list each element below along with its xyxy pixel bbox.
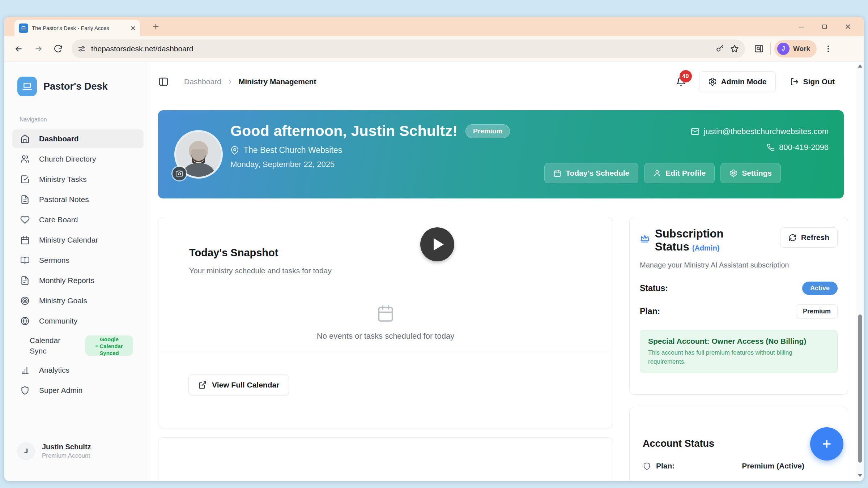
tab-close-icon[interactable] [130, 25, 136, 31]
maximize-icon[interactable] [813, 17, 836, 36]
sidebar-item-calendar-sync[interactable]: Calendar Sync Google Calendar Synced [12, 332, 144, 359]
tab-title: The Pastor's Desk - Early Acces [32, 25, 127, 31]
log-out-icon [790, 77, 799, 86]
divider [158, 352, 613, 352]
page-scrollbar[interactable] [856, 61, 864, 481]
breadcrumb-root[interactable]: Dashboard [184, 77, 221, 86]
sidebar-item-super-admin[interactable]: Super Admin [12, 381, 144, 400]
sidebar-nav: Dashboard Church Directory Ministry Task… [12, 129, 144, 401]
change-photo-camera-icon[interactable] [173, 167, 186, 180]
new-tab-icon[interactable] [152, 23, 160, 31]
current-date: Monday, September 22, 2025 [230, 160, 510, 169]
scroll-up-arrow[interactable] [858, 64, 862, 68]
empty-calendar-icon [375, 303, 396, 324]
sidebar-toggle-icon[interactable] [158, 76, 169, 87]
sidebar-item-ministry-tasks[interactable]: Ministry Tasks [12, 170, 144, 189]
browser-profile-button[interactable]: J Work [774, 40, 817, 57]
forward-icon[interactable] [30, 41, 46, 57]
admin-mode-button[interactable]: Admin Mode [699, 71, 776, 92]
users-icon [20, 154, 30, 164]
edit-profile-button[interactable]: Edit Profile [644, 163, 715, 183]
browser-toolbar: thepastorsdesk.net/dashboard J Work [4, 36, 864, 61]
nav-section-label: Navigation [20, 116, 47, 123]
snapshot-subtitle: Your ministry schedule and tasks for tod… [189, 266, 332, 275]
sidebar-item-sermons[interactable]: Sermons [12, 251, 144, 270]
profile-avatar: J [777, 43, 790, 55]
todays-schedule-button[interactable]: Today's Schedule [544, 163, 638, 183]
user-plan: Premium Account [42, 452, 91, 459]
account-plan-value: Premium (Active) [742, 462, 804, 470]
back-icon[interactable] [11, 41, 27, 57]
address-bar[interactable]: thepastorsdesk.net/dashboard [72, 39, 745, 58]
plus-icon [820, 437, 833, 450]
add-fab-button[interactable] [810, 427, 843, 461]
home-icon [20, 134, 30, 144]
view-full-calendar-button[interactable]: View Full Calendar [188, 374, 289, 395]
laptop-logo-icon [17, 77, 37, 96]
profile-name: Work [793, 45, 810, 53]
sidebar-item-monthly-reports[interactable]: Monthly Reports [12, 271, 144, 290]
notifications-button[interactable]: 40 [674, 74, 688, 89]
gear-icon [729, 169, 737, 177]
subscription-subtitle: Manage your Ministry AI Assistant subscr… [640, 261, 838, 269]
minimize-icon[interactable] [790, 17, 813, 36]
special-account-body: This account has full premium features w… [648, 348, 807, 366]
sidebar-item-pastoral-notes[interactable]: Pastoral Notes [12, 190, 144, 209]
reload-icon[interactable] [50, 41, 66, 57]
snapshot-empty-text: No events or tasks scheduled for today [158, 331, 613, 341]
chevron-right-icon [227, 79, 233, 85]
settings-button[interactable]: Settings [720, 163, 781, 183]
sign-out-button[interactable]: Sign Out [787, 71, 839, 92]
crown-icon [640, 233, 650, 243]
refresh-button[interactable]: Refresh [780, 227, 838, 248]
envelope-icon [691, 127, 699, 136]
book-open-icon [20, 256, 30, 265]
contact-email[interactable]: justin@thebestchurchwebsites.com [691, 127, 829, 136]
browser-tab-strip: The Pastor's Desk - Early Acces [4, 17, 864, 36]
globe-icon [20, 316, 30, 326]
bookmark-star-icon[interactable] [730, 44, 739, 53]
site-settings-icon[interactable] [77, 44, 86, 53]
file-text-icon [20, 195, 30, 204]
password-key-icon[interactable] [715, 44, 725, 53]
scroll-down-arrow[interactable] [858, 474, 862, 477]
browser-menu-icon[interactable] [820, 41, 836, 57]
sidebar-item-dashboard[interactable]: Dashboard [12, 129, 144, 148]
subscription-title: Subscription Status(Admin) [655, 227, 723, 254]
subscription-status-card: Subscription Status(Admin) Refresh Manag… [629, 217, 848, 395]
sidebar-item-care-board[interactable]: Care Board [12, 210, 144, 229]
url-text[interactable]: thepastorsdesk.net/dashboard [91, 44, 710, 53]
check-square-icon [20, 175, 30, 184]
sidebar-item-community[interactable]: Community [12, 312, 144, 330]
browser-window: The Pastor's Desk - Early Acces thepasto… [4, 17, 864, 481]
external-link-icon [198, 381, 207, 389]
scrollbar-thumb[interactable] [858, 314, 862, 463]
sidebar-item-ministry-calendar[interactable]: Ministry Calendar [12, 231, 144, 249]
app-logo[interactable]: Pastor's Desk [17, 77, 108, 96]
video-play-button[interactable] [420, 227, 454, 261]
sidebar-user[interactable]: J Justin Schultz Premium Account [17, 442, 91, 460]
admin-tag: (Admin) [692, 244, 720, 252]
shield-icon [20, 386, 30, 395]
special-account-title: Special Account: Owner Access (No Billin… [648, 337, 829, 346]
heart-icon [20, 215, 30, 224]
snapshot-title: Today's Snapshot [189, 247, 278, 259]
notification-count-badge: 40 [680, 70, 692, 82]
breadcrumb: Dashboard Ministry Management [184, 77, 316, 86]
user-avatar: J [17, 442, 35, 460]
person-icon [653, 169, 661, 177]
sidebar-item-church-directory[interactable]: Church Directory [12, 150, 144, 168]
account-plan-label: Plan: [656, 462, 675, 470]
close-window-icon[interactable] [836, 17, 859, 36]
location-pin-icon [230, 146, 239, 155]
browser-tab[interactable]: The Pastor's Desk - Early Acces [14, 20, 140, 36]
sidebar-item-ministry-goals[interactable]: Ministry Goals [12, 291, 144, 310]
contact-phone[interactable]: 800-419-2096 [691, 143, 829, 152]
plan-premium-badge: Premium [796, 304, 838, 318]
side-panel-search-icon[interactable] [751, 41, 767, 57]
toolbar-divider [770, 43, 771, 55]
breadcrumb-current: Ministry Management [239, 77, 316, 86]
sidebar-item-analytics[interactable]: Analytics [12, 361, 144, 380]
phone-icon [767, 144, 775, 151]
page-header: Dashboard Ministry Management 40 Admin M… [148, 61, 864, 102]
